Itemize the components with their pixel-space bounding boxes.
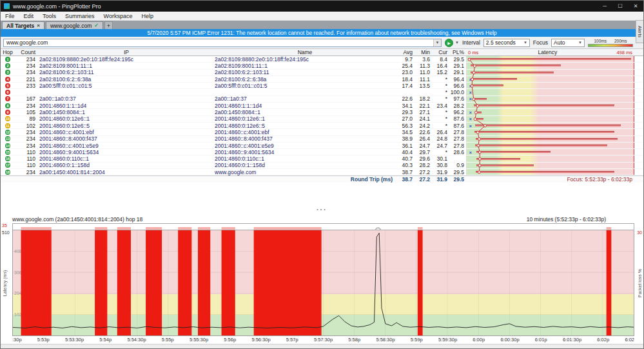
- column-header-pl[interactable]: PL%: [449, 49, 466, 55]
- start-options-chevron-icon[interactable]: ▼: [455, 41, 459, 45]
- name-cell: 2a00::1a0:37: [213, 95, 395, 102]
- pl-cell: 87.6: [449, 115, 466, 122]
- hop-badge: 3: [5, 70, 10, 75]
- hop-latency-minigraph: [466, 136, 634, 142]
- ip-cell: 2001:4860::c:4001:e5e9: [38, 143, 213, 149]
- cur-cell: 30.1: [432, 155, 449, 162]
- count-cell: 110: [15, 149, 38, 155]
- name-cell: 2a02:8100:6:2::103:11: [213, 69, 395, 75]
- table-row[interactable]: 6*100.0: [1, 89, 643, 95]
- bottom-scrollbar[interactable]: [1, 344, 643, 348]
- min-cell: 11.3: [415, 63, 432, 69]
- interval-label: Interval: [462, 39, 480, 46]
- column-header-ip[interactable]: IP: [38, 49, 213, 55]
- name-cell: 2001:4860:1:1::1d4: [213, 103, 395, 109]
- chevron-down-icon: ▼: [523, 41, 527, 45]
- min-cell: 22.1: [415, 103, 432, 109]
- hop-cell: 11: [1, 123, 15, 128]
- pl-cell: 96.4: [449, 76, 466, 83]
- table-row[interactable]: 12342a02:8109:8880:2e0:10:18ff:fe24:195c…: [1, 56, 643, 63]
- table-row[interactable]: 42212a02:8100:6:2::6:38a2a02:8100:6:2::6…: [1, 76, 643, 83]
- hop-badge: 1: [5, 57, 10, 62]
- table-row[interactable]: 32342a02:8100:6:2::103:112a02:8100:6:2::…: [1, 70, 643, 76]
- table-row[interactable]: 122342001:4860::c:4001:ebf2001:4860::c:4…: [1, 129, 643, 135]
- hop-badge: 16: [5, 156, 10, 161]
- column-header-latency[interactable]: 0 ms Latency 498 ms: [466, 49, 634, 55]
- menu-item-edit[interactable]: Edit: [19, 12, 39, 20]
- app-window: www.google.com - PingPlotter Pro ─ ☐ ✕ F…: [0, 0, 644, 349]
- table-row[interactable]: 182342a00:1450:4001:814::2004www.google.…: [1, 169, 643, 175]
- hop-cell: 17: [1, 163, 15, 168]
- hop-cell: 6: [1, 90, 15, 95]
- focus-select[interactable]: Auto ▼: [551, 39, 585, 47]
- tab-all-targets[interactable]: All Targets ×: [2, 21, 44, 29]
- target-input[interactable]: www.google.com ▼: [3, 39, 442, 47]
- table-row[interactable]: 132342001:4860::8:4000:f4372001:4860::8:…: [1, 136, 643, 143]
- hop-cell: 16: [1, 156, 15, 161]
- column-header-min[interactable]: Min: [415, 49, 432, 55]
- hop-cell: 3: [1, 70, 15, 75]
- hop-cell: 8: [1, 103, 15, 108]
- tab-target-google[interactable]: www.google.com ✓: [46, 21, 103, 29]
- start-trace-button[interactable]: ▶: [445, 39, 453, 47]
- table-row[interactable]: 10892001:4860:0:12e6::12001:4860:0:12e6:…: [1, 116, 643, 123]
- table-row[interactable]: 82342001:4860:1:1::1d42001:4860:1:1::1d4…: [1, 103, 643, 109]
- column-header-name[interactable]: Name: [213, 49, 395, 55]
- pl-cell: 29.5: [449, 169, 466, 175]
- count-cell: 234: [15, 169, 38, 175]
- table-row[interactable]: 52332a00:5fff:0:c01::c01:52a00:5fff:0:c0…: [1, 83, 643, 89]
- new-tab-button[interactable]: +: [104, 21, 113, 29]
- table-row[interactable]: 142342001:4860::c:4001:e5e92001:4860::c:…: [1, 143, 643, 149]
- table-row[interactable]: 111022001:4860:0:12e6::52001:4860:0:12e6…: [1, 123, 643, 129]
- svg-text:306: 306: [14, 270, 22, 275]
- maximize-button[interactable]: ☐: [612, 1, 628, 12]
- name-cell: 2a02:8109:8880:2e0:10:18ff:fe24:195c: [213, 56, 395, 63]
- table-row[interactable]: 71672a00::1a0:0:372a00::1a0:3722.618.2*9…: [1, 96, 643, 103]
- latency-max-scale-label: 498 ms: [616, 50, 632, 55]
- menu-item-file[interactable]: File: [1, 12, 19, 20]
- window-title: www.google.com - PingPlotter Pro: [13, 3, 101, 10]
- table-row[interactable]: 91052a00:1450:8084::12a00:1450:8084::129…: [1, 109, 643, 115]
- menu-item-help[interactable]: Help: [137, 12, 158, 20]
- interval-select[interactable]: 2.5 seconds ▼: [483, 39, 530, 47]
- column-header-count[interactable]: Count: [15, 49, 38, 55]
- avg-cell: 23.0: [395, 69, 415, 75]
- svg-text:204: 204: [14, 292, 22, 296]
- menu-item-workspace[interactable]: Workspace: [99, 12, 137, 20]
- table-row[interactable]: 171102001:4860:0:1::158d2001:4860:0:1::1…: [1, 163, 643, 169]
- cur-cell: *: [432, 109, 449, 115]
- name-cell: 2001:4860::8:4000:f437: [213, 135, 395, 142]
- alerts-side-tab[interactable]: Alerts: [636, 20, 643, 43]
- count-cell: 89: [15, 115, 38, 122]
- name-cell: 2001:4860::c:4001:e5e9: [213, 143, 395, 149]
- hop-badge: 5: [5, 83, 10, 88]
- overview-strip[interactable]: [12, 223, 634, 230]
- time-tick-label: 5:55p: [162, 337, 174, 343]
- latency-range-bar: [476, 138, 618, 140]
- name-cell: 2a00:1450:8084::1: [213, 109, 395, 115]
- interval-value: 2.5 seconds: [486, 39, 516, 46]
- pane-splitter[interactable]: •••: [1, 183, 643, 215]
- hop-badge: 4: [5, 77, 10, 82]
- timeline-graph-header: www.google.com (2a00:1450:4001:814::2004…: [1, 215, 643, 223]
- hop-badge: 10: [5, 116, 10, 121]
- splitter-handle-icon[interactable]: •••: [317, 207, 327, 215]
- close-tab-icon[interactable]: ×: [37, 23, 40, 28]
- timeline-graph[interactable]: 408306204102: [12, 230, 634, 336]
- column-header-cur[interactable]: Cur: [432, 49, 449, 55]
- minimize-button[interactable]: ─: [597, 1, 612, 12]
- chevron-down-icon[interactable]: ▼: [433, 39, 441, 46]
- time-tick-label: 5:58:30p: [376, 337, 395, 343]
- menu-item-tools[interactable]: Tools: [38, 12, 61, 20]
- close-button[interactable]: ✕: [628, 1, 643, 12]
- ip-cell: 2a02:8109:8880:2e0:10:18ff:fe24:195c: [38, 56, 213, 63]
- graph-time-range: 10 minutes (5:52:33p - 6:02:33p): [527, 216, 606, 223]
- cur-cell: *: [432, 95, 449, 102]
- column-header-avg[interactable]: Avg: [395, 49, 415, 55]
- column-header-hop[interactable]: Hop: [1, 49, 15, 55]
- table-row[interactable]: 151102001:4860::9:4001:56342001:4860::9:…: [1, 149, 643, 155]
- table-row[interactable]: 161102001:4860:0:110c::12001:4860:0:110c…: [1, 155, 643, 162]
- name-cell: www.google.com: [213, 169, 395, 175]
- menu-item-summaries[interactable]: Summaries: [61, 12, 99, 20]
- table-row[interactable]: 22342a02:8109:8001:11::12a02:8109:8001:1…: [1, 63, 643, 69]
